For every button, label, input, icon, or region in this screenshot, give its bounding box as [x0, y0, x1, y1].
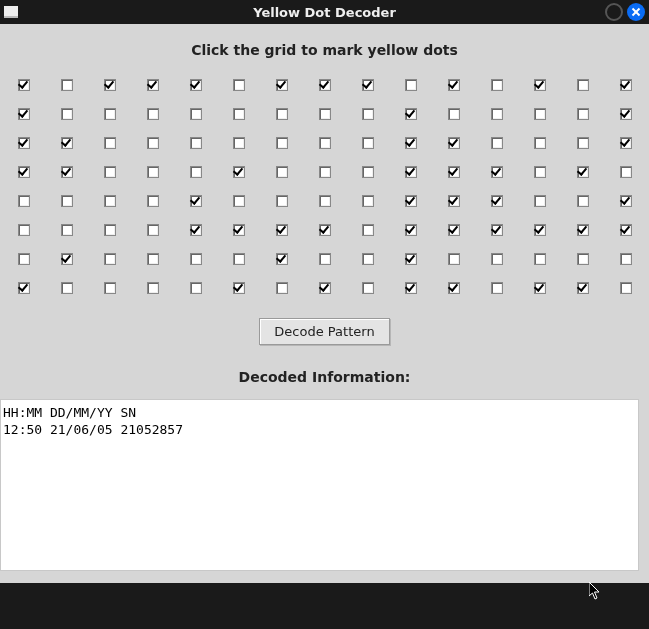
- grid-checkbox[interactable]: [18, 108, 30, 120]
- grid-checkbox[interactable]: [61, 195, 73, 207]
- grid-checkbox[interactable]: [620, 137, 632, 149]
- grid-checkbox[interactable]: [534, 108, 546, 120]
- grid-checkbox[interactable]: [61, 253, 73, 265]
- grid-checkbox[interactable]: [319, 166, 331, 178]
- grid-checkbox[interactable]: [319, 224, 331, 236]
- grid-checkbox[interactable]: [104, 195, 116, 207]
- grid-checkbox[interactable]: [147, 253, 159, 265]
- grid-checkbox[interactable]: [190, 137, 202, 149]
- grid-checkbox[interactable]: [276, 79, 288, 91]
- grid-checkbox[interactable]: [448, 166, 460, 178]
- grid-checkbox[interactable]: [276, 108, 288, 120]
- grid-checkbox[interactable]: [405, 79, 417, 91]
- grid-checkbox[interactable]: [147, 224, 159, 236]
- grid-checkbox[interactable]: [190, 195, 202, 207]
- grid-checkbox[interactable]: [491, 166, 503, 178]
- grid-checkbox[interactable]: [620, 166, 632, 178]
- grid-checkbox[interactable]: [104, 282, 116, 294]
- grid-checkbox[interactable]: [620, 195, 632, 207]
- grid-checkbox[interactable]: [276, 224, 288, 236]
- grid-checkbox[interactable]: [18, 79, 30, 91]
- grid-checkbox[interactable]: [190, 79, 202, 91]
- grid-checkbox[interactable]: [448, 79, 460, 91]
- grid-checkbox[interactable]: [61, 108, 73, 120]
- grid-checkbox[interactable]: [491, 108, 503, 120]
- grid-checkbox[interactable]: [405, 224, 417, 236]
- grid-checkbox[interactable]: [534, 282, 546, 294]
- grid-checkbox[interactable]: [405, 137, 417, 149]
- grid-checkbox[interactable]: [190, 166, 202, 178]
- grid-checkbox[interactable]: [491, 253, 503, 265]
- grid-checkbox[interactable]: [620, 108, 632, 120]
- grid-checkbox[interactable]: [18, 224, 30, 236]
- grid-checkbox[interactable]: [319, 79, 331, 91]
- grid-checkbox[interactable]: [104, 224, 116, 236]
- grid-checkbox[interactable]: [491, 79, 503, 91]
- grid-checkbox[interactable]: [18, 282, 30, 294]
- grid-checkbox[interactable]: [534, 79, 546, 91]
- grid-checkbox[interactable]: [362, 166, 374, 178]
- grid-checkbox[interactable]: [61, 137, 73, 149]
- grid-checkbox[interactable]: [104, 166, 116, 178]
- grid-checkbox[interactable]: [104, 108, 116, 120]
- grid-checkbox[interactable]: [405, 108, 417, 120]
- grid-checkbox[interactable]: [190, 224, 202, 236]
- grid-checkbox[interactable]: [620, 224, 632, 236]
- grid-checkbox[interactable]: [577, 166, 589, 178]
- grid-checkbox[interactable]: [276, 195, 288, 207]
- grid-checkbox[interactable]: [104, 253, 116, 265]
- grid-checkbox[interactable]: [61, 282, 73, 294]
- grid-checkbox[interactable]: [233, 195, 245, 207]
- grid-checkbox[interactable]: [233, 224, 245, 236]
- grid-checkbox[interactable]: [61, 79, 73, 91]
- grid-checkbox[interactable]: [147, 282, 159, 294]
- grid-checkbox[interactable]: [448, 282, 460, 294]
- grid-checkbox[interactable]: [534, 253, 546, 265]
- grid-checkbox[interactable]: [18, 253, 30, 265]
- grid-checkbox[interactable]: [491, 195, 503, 207]
- grid-checkbox[interactable]: [18, 137, 30, 149]
- grid-checkbox[interactable]: [190, 282, 202, 294]
- grid-checkbox[interactable]: [233, 137, 245, 149]
- grid-checkbox[interactable]: [18, 195, 30, 207]
- grid-checkbox[interactable]: [61, 224, 73, 236]
- grid-checkbox[interactable]: [233, 253, 245, 265]
- grid-checkbox[interactable]: [147, 79, 159, 91]
- grid-checkbox[interactable]: [319, 137, 331, 149]
- grid-checkbox[interactable]: [534, 137, 546, 149]
- grid-checkbox[interactable]: [190, 253, 202, 265]
- grid-checkbox[interactable]: [61, 166, 73, 178]
- grid-checkbox[interactable]: [491, 224, 503, 236]
- grid-checkbox[interactable]: [104, 79, 116, 91]
- grid-checkbox[interactable]: [276, 253, 288, 265]
- grid-checkbox[interactable]: [233, 79, 245, 91]
- grid-checkbox[interactable]: [405, 195, 417, 207]
- grid-checkbox[interactable]: [405, 166, 417, 178]
- grid-checkbox[interactable]: [534, 166, 546, 178]
- grid-checkbox[interactable]: [620, 79, 632, 91]
- grid-checkbox[interactable]: [233, 282, 245, 294]
- grid-checkbox[interactable]: [276, 282, 288, 294]
- grid-checkbox[interactable]: [577, 195, 589, 207]
- grid-checkbox[interactable]: [448, 137, 460, 149]
- grid-checkbox[interactable]: [577, 79, 589, 91]
- grid-checkbox[interactable]: [276, 166, 288, 178]
- grid-checkbox[interactable]: [577, 224, 589, 236]
- grid-checkbox[interactable]: [18, 166, 30, 178]
- close-button[interactable]: [627, 3, 645, 21]
- grid-checkbox[interactable]: [620, 253, 632, 265]
- grid-checkbox[interactable]: [276, 137, 288, 149]
- grid-checkbox[interactable]: [147, 195, 159, 207]
- grid-checkbox[interactable]: [448, 253, 460, 265]
- grid-checkbox[interactable]: [577, 253, 589, 265]
- grid-checkbox[interactable]: [104, 137, 116, 149]
- grid-checkbox[interactable]: [362, 282, 374, 294]
- grid-checkbox[interactable]: [147, 166, 159, 178]
- grid-checkbox[interactable]: [534, 224, 546, 236]
- grid-checkbox[interactable]: [362, 137, 374, 149]
- grid-checkbox[interactable]: [362, 224, 374, 236]
- grid-checkbox[interactable]: [577, 108, 589, 120]
- grid-checkbox[interactable]: [319, 282, 331, 294]
- grid-checkbox[interactable]: [190, 108, 202, 120]
- grid-checkbox[interactable]: [362, 253, 374, 265]
